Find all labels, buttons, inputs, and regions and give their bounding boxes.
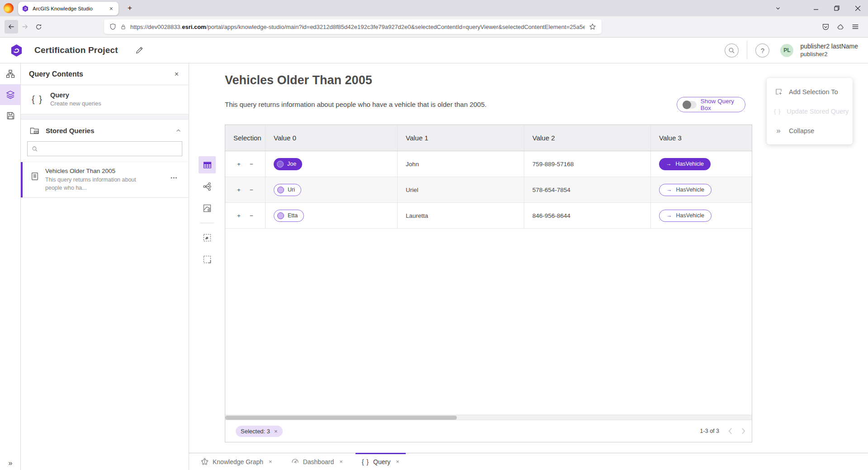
- selection-cell: + −: [225, 177, 266, 202]
- column-header[interactable]: Value 0: [266, 125, 398, 151]
- extensions-icon[interactable]: [837, 23, 844, 31]
- horizontal-scrollbar[interactable]: [225, 415, 752, 420]
- map-view-button[interactable]: [199, 200, 216, 217]
- select-features-button[interactable]: [199, 229, 216, 246]
- add-to-selection-button[interactable]: +: [237, 212, 241, 219]
- column-header[interactable]: Value 1: [398, 125, 524, 151]
- menu-collapse[interactable]: » Collapse: [767, 121, 853, 140]
- browser-tab[interactable]: ArcGIS Knowledge Studio ×: [18, 2, 119, 15]
- view-toolbar: [198, 156, 216, 268]
- user-avatar[interactable]: PL: [780, 44, 793, 57]
- item-options-icon[interactable]: •••: [171, 176, 178, 180]
- pocket-icon[interactable]: [822, 23, 830, 31]
- menu-hamburger-icon[interactable]: [852, 23, 859, 30]
- list-tabs-chevron-icon[interactable]: [770, 0, 786, 16]
- stored-queries-header[interactable]: Stored Queries: [21, 120, 189, 140]
- menu-add-selection-to[interactable]: Add Selection To: [767, 82, 853, 101]
- stored-queries-title: Stored Queries: [46, 127, 169, 134]
- pagination: 1-3 of 3: [700, 428, 745, 434]
- toggle-switch[interactable]: [683, 101, 697, 109]
- query-viewer: Vehicles Older Than 2005 This query retu…: [189, 63, 868, 470]
- remove-from-selection-button[interactable]: −: [250, 212, 253, 219]
- stored-query-item[interactable]: Vehicles Older Than 2005 This query retu…: [21, 162, 189, 198]
- stored-queries-search[interactable]: [27, 141, 182, 156]
- entity-pill[interactable]: Uri: [274, 184, 301, 196]
- clear-selection-icon[interactable]: ×: [274, 428, 278, 435]
- table-view-button[interactable]: [199, 156, 216, 173]
- toolbar-icons: [822, 23, 863, 31]
- tab-query[interactable]: { } Query ×: [356, 453, 406, 470]
- rail-expand-icon[interactable]: »: [0, 459, 21, 467]
- bookmark-star-icon[interactable]: [589, 23, 596, 30]
- show-query-box-toggle[interactable]: Show Query Box: [677, 97, 745, 112]
- tab-label: Knowledge Graph: [213, 458, 263, 465]
- stored-query-title: Vehicles Older Than 2005: [45, 168, 141, 174]
- url-field[interactable]: https://dev0028833.esri.com/portal/apps/…: [104, 19, 602, 34]
- selected-indicator: [21, 162, 23, 197]
- minimize-button[interactable]: [806, 0, 826, 16]
- tab-close-icon[interactable]: ×: [269, 458, 272, 465]
- tab-dashboard[interactable]: Dashboard ×: [285, 453, 349, 470]
- edit-title-button[interactable]: [135, 46, 143, 54]
- column-header[interactable]: Value 2: [524, 125, 651, 151]
- show-query-box-label: Show Query Box: [701, 98, 740, 111]
- arrow-right-icon: →: [666, 212, 672, 219]
- restore-button[interactable]: [826, 0, 847, 16]
- rail-contents-button[interactable]: [0, 84, 21, 105]
- toggle-knob: [683, 101, 691, 109]
- double-chevron-right-icon: »: [774, 126, 783, 135]
- query-title: Vehicles Older Than 2005: [225, 73, 372, 87]
- search-input[interactable]: [42, 145, 178, 152]
- add-to-selection-button[interactable]: +: [237, 187, 241, 193]
- search-button[interactable]: [725, 43, 739, 58]
- remove-from-selection-button[interactable]: −: [250, 187, 253, 193]
- arrow-right-icon: →: [666, 187, 672, 193]
- arrow-right-icon: →: [666, 161, 672, 167]
- header-actions: ? PL publisher2 lastName publisher2: [725, 38, 868, 63]
- entity-dot-icon: [277, 187, 284, 193]
- help-button[interactable]: ?: [755, 43, 769, 58]
- table-footer: Selected: 3 × 1-3 of 3: [225, 420, 752, 442]
- new-tab-button[interactable]: +: [123, 3, 137, 14]
- column-header[interactable]: Selection: [225, 125, 266, 151]
- close-window-button[interactable]: [847, 0, 868, 16]
- section-divider: [21, 115, 189, 120]
- relationship-pill[interactable]: →HasVehicle: [659, 210, 711, 222]
- query-item[interactable]: { } Query Create new queries: [21, 85, 189, 115]
- reload-button[interactable]: [32, 20, 45, 34]
- entity-pill[interactable]: Joe: [274, 158, 302, 170]
- selected-count-chip[interactable]: Selected: 3 ×: [236, 426, 283, 437]
- lock-icon[interactable]: [120, 24, 126, 30]
- table-row: + − Uri Uriel 578-654-7854 →HasVehicle: [225, 177, 752, 203]
- value-cell: 578-654-7854: [524, 177, 651, 202]
- back-button[interactable]: [5, 20, 18, 34]
- next-page-icon[interactable]: [741, 428, 745, 434]
- rail-data-model-button[interactable]: [0, 63, 21, 84]
- tab-close-icon[interactable]: ×: [108, 5, 115, 13]
- value-cell: Uriel: [398, 177, 524, 202]
- user-name-block[interactable]: publisher2 lastName publisher2: [800, 43, 868, 58]
- remove-from-selection-button[interactable]: −: [250, 161, 253, 168]
- link-chart-view-button[interactable]: [199, 178, 216, 195]
- column-header[interactable]: Value 3: [651, 125, 752, 151]
- tracking-shield-icon[interactable]: [109, 23, 116, 30]
- marquee-select-button[interactable]: [199, 251, 216, 268]
- add-to-selection-button[interactable]: +: [237, 161, 241, 168]
- relationship-cell: →HasVehicle: [651, 151, 752, 177]
- table-header-row: Selection Value 0 Value 1 Value 2 Value …: [225, 125, 752, 151]
- relationship-pill[interactable]: →HasVehicle: [659, 184, 711, 196]
- tab-close-icon[interactable]: ×: [339, 458, 343, 465]
- relationship-pill[interactable]: →HasVehicle: [659, 158, 711, 170]
- panel-close-icon[interactable]: ×: [172, 69, 181, 79]
- tab-knowledge-graph[interactable]: Knowledge Graph ×: [194, 453, 279, 470]
- firefox-icon[interactable]: [4, 3, 14, 13]
- entity-pill[interactable]: Etta: [274, 210, 304, 222]
- forward-button[interactable]: [18, 20, 32, 34]
- arcgis-knowledge-logo: [9, 43, 24, 58]
- collapse-chevron-icon[interactable]: [175, 128, 181, 134]
- tab-close-icon[interactable]: ×: [396, 458, 399, 465]
- previous-page-icon[interactable]: [728, 428, 732, 434]
- scrollbar-thumb[interactable]: [225, 416, 457, 420]
- menu-update-stored-query[interactable]: { } Update Stored Query: [767, 101, 853, 121]
- rail-save-button[interactable]: [0, 105, 21, 126]
